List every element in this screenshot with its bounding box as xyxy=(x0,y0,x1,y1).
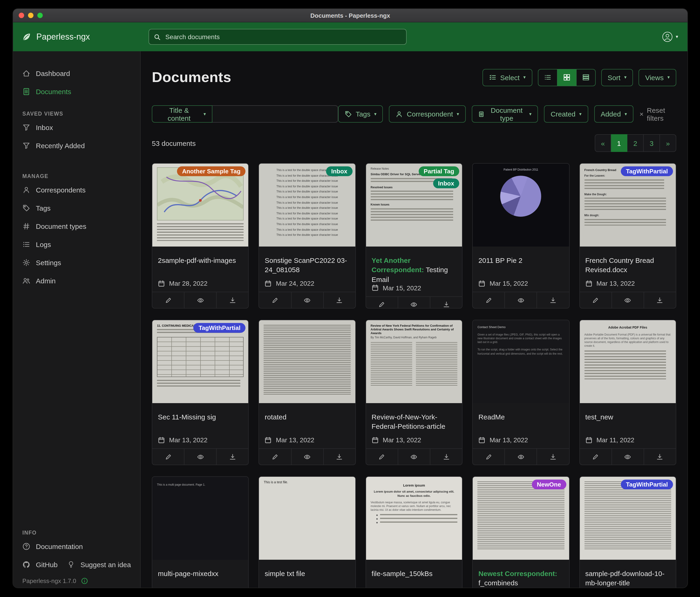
tag-badge[interactable]: Another Sample Tag xyxy=(177,166,246,176)
document-thumbnail[interactable]: Patient BP Distribution 2011 xyxy=(473,164,569,246)
document-title[interactable]: Sonstige ScanPC2022 03-24_081058 xyxy=(259,246,355,275)
document-title[interactable]: ReadMe xyxy=(473,403,569,422)
edit-button[interactable] xyxy=(259,449,291,464)
sidebar-item-tags[interactable]: Tags xyxy=(13,199,140,217)
view-button[interactable] xyxy=(398,297,430,309)
document-title[interactable]: test_new xyxy=(580,403,676,422)
detail-view-button[interactable] xyxy=(576,69,596,86)
edit-button[interactable] xyxy=(473,449,504,464)
document-title[interactable]: French Country Bread Revised.docx xyxy=(580,246,676,275)
view-button[interactable] xyxy=(611,449,644,464)
download-button[interactable] xyxy=(216,449,248,464)
document-title[interactable]: sample-pdf-download-10-mb-longer-title xyxy=(580,560,676,588)
document-thumbnail[interactable]: Review of New York Federal Petitions for… xyxy=(366,320,462,403)
filter-query-input[interactable] xyxy=(212,105,338,123)
edit-button[interactable] xyxy=(259,292,291,308)
document-thumbnail[interactable]: Adobe Acrobat PDF FilesAdobe Portable Do… xyxy=(580,320,676,403)
document-thumbnail[interactable]: Contact Sheet DemoGiven a set of image f… xyxy=(473,320,569,403)
tag-badge[interactable]: TagWithPartial xyxy=(621,480,673,489)
grid-view-button[interactable] xyxy=(557,69,576,86)
edit-button[interactable] xyxy=(366,449,398,464)
document-title[interactable]: Newest Correspondent: f_combineds xyxy=(473,560,569,588)
close-button[interactable] xyxy=(19,13,24,18)
view-button[interactable] xyxy=(398,449,430,464)
app-brand[interactable]: Paperless-ngx xyxy=(13,32,149,42)
document-title[interactable]: file-sample_150kBs xyxy=(366,560,462,579)
document-title[interactable]: Review-of-New-York-Federal-Petitions-art… xyxy=(366,403,462,431)
pagination-next[interactable]: » xyxy=(660,134,676,152)
sidebar-item-correspondents[interactable]: Correspondents xyxy=(13,181,140,199)
pagination-prev[interactable]: « xyxy=(595,134,611,152)
document-thumbnail[interactable]: Lorem ipsumLorem ipsum dolor sit amet, c… xyxy=(366,477,462,560)
view-button[interactable] xyxy=(505,292,537,308)
added-filter-button[interactable]: Added ▾ xyxy=(594,105,633,123)
sidebar-item-documentation[interactable]: Documentation xyxy=(13,538,140,555)
info-circle-icon[interactable] xyxy=(81,577,88,584)
reset-filters-button[interactable]: × Reset filters xyxy=(640,106,676,122)
tag-badge[interactable]: Inbox xyxy=(326,166,352,176)
edit-button[interactable] xyxy=(152,449,184,464)
user-menu[interactable]: ▾ xyxy=(662,31,688,42)
download-button[interactable] xyxy=(323,292,355,308)
created-filter-button[interactable]: Created ▾ xyxy=(544,105,588,123)
download-button[interactable] xyxy=(644,292,676,308)
document-title[interactable]: Sec 11-Missing sig xyxy=(152,403,248,422)
correspondent-filter-button[interactable]: Correspondent ▾ xyxy=(389,105,466,123)
download-button[interactable] xyxy=(537,292,569,308)
download-button[interactable] xyxy=(323,449,355,464)
document-thumbnail[interactable]: This is a test file. xyxy=(259,477,355,560)
edit-button[interactable] xyxy=(366,297,398,309)
document-title[interactable]: 2sample-pdf-with-images xyxy=(152,246,248,265)
list-view-button[interactable] xyxy=(538,69,557,86)
download-button[interactable] xyxy=(430,449,462,464)
search-input[interactable] xyxy=(165,33,401,41)
select-button[interactable]: Select ▾ xyxy=(482,69,532,86)
sidebar-item-documents[interactable]: Documents xyxy=(13,82,140,101)
sidebar-item-admin[interactable]: Admin xyxy=(13,272,140,290)
view-button[interactable] xyxy=(611,292,644,308)
document-title[interactable]: multi-page-mixedxx xyxy=(152,560,248,579)
minimize-button[interactable] xyxy=(28,13,33,18)
tag-badge[interactable]: Partial Tag xyxy=(419,166,459,176)
title-content-dropdown[interactable]: Title & content ▾ xyxy=(152,105,212,123)
download-button[interactable] xyxy=(644,449,676,464)
document-title[interactable]: simple txt file xyxy=(259,560,355,579)
document-title[interactable]: 2011 BP Pie 2 xyxy=(473,246,569,265)
view-button[interactable] xyxy=(184,292,216,308)
pagination-page-2[interactable]: 2 xyxy=(627,134,644,152)
download-button[interactable] xyxy=(537,449,569,464)
sidebar-item-inbox[interactable]: Inbox xyxy=(13,118,140,137)
view-button[interactable] xyxy=(291,292,323,308)
document-correspondent[interactable]: Newest Correspondent: xyxy=(478,570,557,577)
download-button[interactable] xyxy=(430,297,462,309)
download-button[interactable] xyxy=(216,292,248,308)
pagination-page-3[interactable]: 3 xyxy=(644,134,660,152)
tag-badge[interactable]: NewOne xyxy=(532,480,566,489)
document-title[interactable]: rotated xyxy=(259,403,355,422)
sort-button[interactable]: Sort ▾ xyxy=(601,69,633,86)
tags-filter-button[interactable]: Tags ▾ xyxy=(338,105,383,123)
tag-badge[interactable]: Inbox xyxy=(433,178,459,188)
sidebar-item-dashboard[interactable]: Dashboard xyxy=(13,64,140,82)
document-title[interactable]: Yet Another Correspondent: Testing Email xyxy=(366,246,462,284)
edit-button[interactable] xyxy=(580,292,611,308)
document-type-filter-button[interactable]: Document type ▾ xyxy=(472,105,538,123)
sidebar-item-github[interactable]: GitHub xyxy=(13,555,57,574)
tag-badge[interactable]: TagWithPartial xyxy=(194,323,246,333)
tag-badge[interactable]: TagWithPartial xyxy=(621,166,673,176)
edit-button[interactable] xyxy=(580,449,611,464)
views-button[interactable]: Views ▾ xyxy=(639,69,676,86)
edit-button[interactable] xyxy=(152,292,184,308)
document-thumbnail[interactable]: This is a multi page document. Page 1. xyxy=(152,477,248,560)
view-button[interactable] xyxy=(184,449,216,464)
sidebar-item-logs[interactable]: Logs xyxy=(13,235,140,254)
edit-button[interactable] xyxy=(473,292,504,308)
document-correspondent[interactable]: Yet Another Correspondent: xyxy=(372,256,424,274)
view-button[interactable] xyxy=(505,449,537,464)
pagination-page-1[interactable]: 1 xyxy=(611,134,627,152)
sidebar-item-suggest-idea[interactable]: Suggest an idea xyxy=(57,555,131,574)
sidebar-item-settings[interactable]: Settings xyxy=(13,254,140,272)
sidebar-item-document-types[interactable]: Document types xyxy=(13,217,140,235)
document-thumbnail[interactable] xyxy=(259,320,355,403)
view-button[interactable] xyxy=(291,449,323,464)
